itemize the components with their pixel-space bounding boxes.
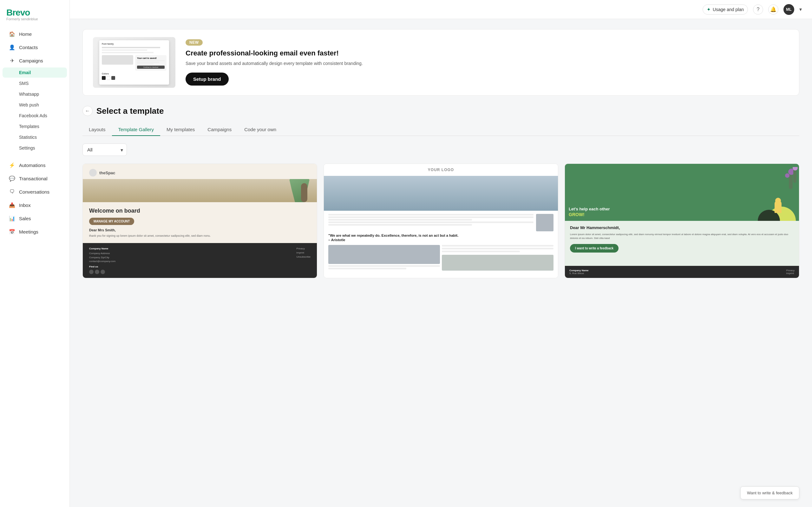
banner-description: Save your brand assets and automatically… xyxy=(186,60,363,67)
sidebar-inbox-label: Inbox xyxy=(19,203,31,208)
sidebar-item-contacts-label: Contacts xyxy=(19,45,38,50)
feedback-card-preview: Let's help each other GROW! xyxy=(565,164,799,278)
bell-icon: 🔔 xyxy=(770,6,776,12)
brand-setup-banner: Font family Your cart is saved! xyxy=(83,29,799,96)
template-card-feedback[interactable]: Feedback Let's help each other GROW! xyxy=(565,164,799,278)
sidebar-sub-item-email[interactable]: Email xyxy=(3,67,67,78)
lightning-icon: ✦ xyxy=(707,7,711,12)
inbox-icon: 📥 xyxy=(9,202,15,208)
meetings-icon: 📅 xyxy=(9,228,15,235)
template-card-blog[interactable]: Blog post YOUR LOGO xyxy=(323,164,558,278)
home-icon: 🏠 xyxy=(9,31,15,37)
contacts-icon: 👤 xyxy=(9,44,15,50)
section-header: ← Select a template xyxy=(83,106,799,116)
sidebar-item-sales[interactable]: 📊 Sales xyxy=(3,212,67,225)
sidebar-item-inbox[interactable]: 📥 Inbox xyxy=(3,199,67,211)
banner-image: Font family Your cart is saved! xyxy=(93,37,175,88)
sidebar-sub-whatsapp-label: Whatsapp xyxy=(19,92,39,97)
sidebar-sub-item-templates[interactable]: Templates xyxy=(3,121,67,131)
template-cards-grid: Welcome theSpac Welcome on xyxy=(83,164,799,278)
brand-sub: Formerly sendinblue xyxy=(6,17,63,21)
main-area: ✦ Usage and plan ? 🔔 ML ▾ Font family xyxy=(70,0,812,507)
sidebar-sub-facebook-label: Facebook Ads xyxy=(19,113,47,118)
banner-new-badge: NEW xyxy=(186,39,203,46)
tab-code-your-own[interactable]: Code your own xyxy=(238,124,283,136)
main-content: Font family Your cart is saved! xyxy=(70,19,812,507)
conversations-icon: 🗨 xyxy=(9,188,15,195)
banner-title: Create professional-looking email even f… xyxy=(186,49,363,58)
tab-template-gallery[interactable]: Template Gallery xyxy=(112,124,160,136)
help-icon-button[interactable]: ? xyxy=(753,4,763,14)
sidebar-item-transactional[interactable]: 💬 Transactional xyxy=(3,172,67,185)
sidebar-item-home[interactable]: 🏠 Home xyxy=(3,27,67,40)
blog-hero xyxy=(324,176,558,211)
category-filter[interactable]: All Newsletter E-commerce Welcome Blog p… xyxy=(83,144,127,156)
feedback-bar-label: Want to write & feedback xyxy=(747,491,793,495)
tab-my-templates[interactable]: My templates xyxy=(160,124,201,136)
sidebar-sub-item-statistics[interactable]: Statistics xyxy=(3,132,67,142)
sidebar-sub-item-settings[interactable]: Settings xyxy=(3,143,67,153)
sidebar-sub-settings-label: Settings xyxy=(19,146,35,151)
tab-layouts[interactable]: Layouts xyxy=(83,124,112,136)
sidebar-sub-statistics-label: Statistics xyxy=(19,135,37,140)
sidebar-item-automations[interactable]: ⚡ Automations xyxy=(3,159,67,171)
brand-name: Brevo xyxy=(6,8,63,18)
sidebar-sub-item-sms[interactable]: SMS xyxy=(3,78,67,89)
setup-brand-button[interactable]: Setup brand xyxy=(186,72,229,86)
question-icon: ? xyxy=(757,7,760,12)
topbar: ✦ Usage and plan ? 🔔 ML ▾ xyxy=(70,0,812,19)
sidebar-item-campaigns-label: Campaigns xyxy=(19,58,43,63)
logo: Brevo Formerly sendinblue xyxy=(0,5,69,27)
sidebar: Brevo Formerly sendinblue 🏠 Home 👤 Conta… xyxy=(0,0,70,507)
banner-image-inner: Font family Your cart is saved! xyxy=(93,37,175,88)
usage-label: Usage and plan xyxy=(713,7,744,12)
sidebar-meetings-label: Meetings xyxy=(19,229,38,234)
sidebar-sub-item-facebook-ads[interactable]: Facebook Ads xyxy=(3,111,67,121)
template-tabs: Layouts Template Gallery My templates Ca… xyxy=(83,124,799,136)
welcome-logo-circle xyxy=(89,169,97,176)
sidebar-sub-item-whatsapp[interactable]: Whatsapp xyxy=(3,89,67,99)
template-card-welcome[interactable]: Welcome theSpac Welcome on xyxy=(83,164,317,278)
sales-icon: 📊 xyxy=(9,215,15,222)
blog-logo: YOUR LOGO xyxy=(428,168,454,172)
chevron-down-icon[interactable]: ▾ xyxy=(799,6,802,12)
sidebar-sales-label: Sales xyxy=(19,216,31,221)
sidebar-transactional-label: Transactional xyxy=(19,176,48,181)
welcome-hero-image xyxy=(83,179,317,202)
filter-row: All Newsletter E-commerce Welcome Blog p… xyxy=(83,144,799,156)
avatar-initials: ML xyxy=(786,7,792,12)
sidebar-conversations-label: Conversations xyxy=(19,189,49,194)
notifications-button[interactable]: 🔔 xyxy=(768,4,778,14)
welcome-logo-text: theSpac xyxy=(99,170,115,175)
sidebar-item-campaigns[interactable]: ✈ Campaigns xyxy=(3,54,67,67)
sidebar-item-conversations[interactable]: 🗨 Conversations xyxy=(3,185,67,198)
transactional-icon: 💬 xyxy=(9,175,15,181)
sidebar-sub-email-label: Email xyxy=(19,70,31,75)
section-title: Select a template xyxy=(96,106,164,116)
sidebar-item-contacts[interactable]: 👤 Contacts xyxy=(3,41,67,54)
usage-and-plan-button[interactable]: ✦ Usage and plan xyxy=(703,4,748,14)
campaigns-icon: ✈ xyxy=(9,57,15,64)
sidebar-automations-label: Automations xyxy=(19,163,45,168)
filter-dropdown-wrap: All Newsletter E-commerce Welcome Blog p… xyxy=(83,144,127,156)
back-button[interactable]: ← xyxy=(83,106,93,116)
sidebar-item-meetings[interactable]: 📅 Meetings xyxy=(3,225,67,238)
sidebar-sub-item-web-push[interactable]: Web push xyxy=(3,100,67,110)
sidebar-sub-templates-label: Templates xyxy=(19,124,39,129)
tab-campaigns[interactable]: Campaigns xyxy=(201,124,238,136)
automations-icon: ⚡ xyxy=(9,162,15,168)
sidebar-sub-sms-label: SMS xyxy=(19,81,29,86)
feedback-bottom-bar[interactable]: Want to write & feedback xyxy=(740,487,799,499)
sidebar-item-home-label: Home xyxy=(19,32,32,37)
email-mockup: Font family Your cart is saved! xyxy=(99,40,169,84)
welcome-card-preview: theSpac Welcome on board MANAGE MY ACCOU… xyxy=(83,164,317,278)
user-avatar[interactable]: ML xyxy=(783,4,794,15)
sidebar-sub-webpush-label: Web push xyxy=(19,102,39,107)
back-arrow-icon: ← xyxy=(85,108,90,114)
banner-content: NEW Create professional-looking email ev… xyxy=(186,39,363,86)
blog-card-preview: YOUR LOGO xyxy=(324,164,558,278)
